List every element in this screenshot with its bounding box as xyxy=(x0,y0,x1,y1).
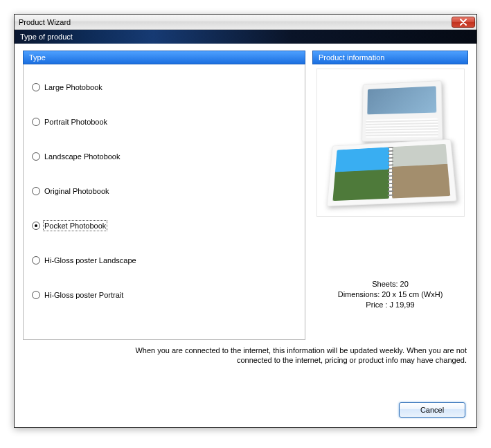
radio-label: Original Photobook xyxy=(44,187,109,195)
product-preview-image xyxy=(316,69,465,217)
product-info-pane: Product information Sheets: 20 Dimension… xyxy=(312,51,468,340)
product-info-body: Sheets: 20 Dimensions: 20 x 15 cm (WxH) … xyxy=(312,64,468,340)
spec-dimensions: Dimensions: 20 x 15 cm (WxH) xyxy=(338,289,443,300)
radio-label: Portrait Photobook xyxy=(44,118,107,126)
window-title: Product Wizard xyxy=(19,18,452,26)
option-landscape-photobook[interactable]: Landscape Photobook xyxy=(30,150,298,163)
cancel-button[interactable]: Cancel xyxy=(399,402,465,418)
wizard-button-row: Cancel xyxy=(15,372,476,427)
radio-label: Pocket Photobook xyxy=(44,222,106,230)
wizard-step-title: Type of product xyxy=(20,33,73,41)
close-button[interactable] xyxy=(452,17,475,28)
product-info-header: Product information xyxy=(312,51,468,64)
radio-label: Large Photobook xyxy=(44,83,102,91)
radio-label: Hi-Gloss poster Portrait xyxy=(44,291,123,299)
type-options-list: Large PhotobookPortrait PhotobookLandsca… xyxy=(23,64,305,340)
radio-icon xyxy=(32,83,40,91)
preview-book-front xyxy=(326,139,456,206)
radio-icon xyxy=(32,187,40,195)
option-large-photobook[interactable]: Large Photobook xyxy=(30,81,298,93)
close-icon xyxy=(459,19,467,26)
type-pane-header: Type xyxy=(23,51,305,64)
type-pane: Type Large PhotobookPortrait PhotobookLa… xyxy=(23,51,305,340)
spec-price: Price : J 19,99 xyxy=(338,300,443,310)
radio-icon xyxy=(32,118,40,126)
radio-icon xyxy=(32,256,40,265)
radio-label: Landscape Photobook xyxy=(44,152,120,161)
content-area: Type Large PhotobookPortrait PhotobookLa… xyxy=(15,44,476,343)
option-higloss-landscape[interactable]: Hi-Gloss poster Landscape xyxy=(30,254,298,267)
wizard-step-band: Type of product xyxy=(15,30,476,44)
option-original-photobook[interactable]: Original Photobook xyxy=(30,185,298,197)
disclaimer-text: When you are connected to the internet, … xyxy=(15,343,476,372)
radio-icon xyxy=(32,291,40,299)
product-wizard-window: Product Wizard Type of product Type Larg… xyxy=(14,14,477,428)
radio-icon xyxy=(32,222,40,230)
option-higloss-portrait[interactable]: Hi-Gloss poster Portrait xyxy=(30,289,298,301)
radio-icon xyxy=(32,152,40,161)
radio-label: Hi-Gloss poster Landscape xyxy=(44,256,136,265)
option-pocket-photobook[interactable]: Pocket Photobook xyxy=(30,219,298,232)
preview-book-back xyxy=(361,80,443,142)
spec-sheets: Sheets: 20 xyxy=(338,279,443,289)
titlebar: Product Wizard xyxy=(15,15,476,30)
option-portrait-photobook[interactable]: Portrait Photobook xyxy=(30,116,298,128)
product-specs: Sheets: 20 Dimensions: 20 x 15 cm (WxH) … xyxy=(338,279,443,310)
